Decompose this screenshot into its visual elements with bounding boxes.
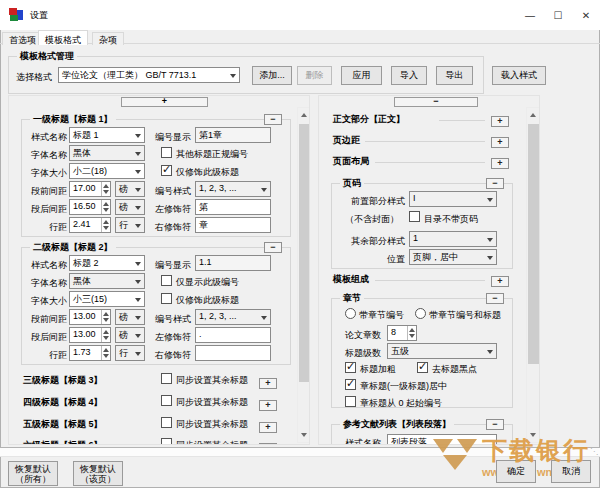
ref-style-name-input[interactable]: 列表段落 xyxy=(387,434,497,445)
chapter-title-center-checkbox[interactable] xyxy=(345,379,356,390)
scroll-up-icon[interactable] xyxy=(527,108,539,122)
references-collapse-button[interactable]: − xyxy=(486,419,504,430)
apply-button[interactable]: 应用 xyxy=(341,66,382,85)
close-button[interactable]: ✕ xyxy=(572,0,600,30)
font-size-select[interactable]: 小三(15) xyxy=(69,291,145,307)
space-after-unit-select[interactable]: 磅 xyxy=(115,327,145,343)
stepper-arrows-icon[interactable] xyxy=(101,182,110,196)
space-before-stepper[interactable]: 13.00 xyxy=(69,309,111,325)
heading5-expand-button[interactable]: + xyxy=(259,422,277,433)
resize-grip-icon[interactable]: ⋱ xyxy=(590,447,598,456)
tab-misc[interactable]: 杂项 xyxy=(92,32,124,45)
right-collapse-all-button[interactable]: − xyxy=(394,97,478,107)
font-name-select[interactable]: 黑体 xyxy=(69,145,145,161)
line-spacing-stepper[interactable]: 2.41 xyxy=(69,217,111,233)
heading-levels-select[interactable]: 五级 xyxy=(387,343,497,359)
right-panel-scrollbar[interactable] xyxy=(526,107,540,443)
format-select[interactable]: 学位论文（理工类） GB/T 7713.1 xyxy=(58,67,240,83)
show-only-level-checkbox[interactable] xyxy=(161,275,172,286)
space-after-unit: 磅 xyxy=(119,330,128,340)
space-before-unit-select[interactable]: 磅 xyxy=(115,309,145,325)
restore-default-page-button[interactable]: 恢复默认 （该页） xyxy=(73,461,123,486)
number-style-select[interactable]: 1, 2, 3, ... xyxy=(195,309,271,325)
number-display-label: 编号显示 xyxy=(151,259,191,272)
left-panel-scrollbar[interactable] xyxy=(297,107,310,443)
remove-dot-checkbox[interactable] xyxy=(417,362,428,373)
space-after-stepper[interactable]: 13.00 xyxy=(69,327,111,343)
chapter-zero-start-checkbox[interactable] xyxy=(345,396,356,407)
space-before-stepper[interactable]: 17.00 xyxy=(69,181,111,197)
import-button[interactable]: 导入 xyxy=(391,66,427,85)
sync-other-headings-checkbox[interactable] xyxy=(161,373,172,384)
page-number-collapse-button[interactable]: − xyxy=(486,178,504,189)
left-expand-all-button[interactable]: + xyxy=(121,97,208,107)
chapter-count-stepper[interactable]: 8 xyxy=(387,325,417,341)
other-heading-number-checkbox[interactable] xyxy=(161,147,172,158)
cancel-button[interactable]: 取消 xyxy=(551,460,591,483)
sync-other-headings-checkbox[interactable] xyxy=(161,417,172,428)
heading6-expand-button[interactable]: + xyxy=(259,443,277,445)
stepper-arrows-icon[interactable] xyxy=(101,200,110,214)
stepper-arrows-icon[interactable] xyxy=(407,326,416,340)
stepper-arrows-icon[interactable] xyxy=(101,218,110,232)
space-after-unit-select[interactable]: 磅 xyxy=(115,199,145,215)
template-composition-expand-button[interactable]: + xyxy=(491,276,509,287)
chapter-number-radio-label: 带章节编号 xyxy=(359,309,404,322)
scroll-down-icon[interactable] xyxy=(527,428,539,442)
scrollbar-thumb[interactable] xyxy=(528,124,539,364)
line-spacing-unit-select[interactable]: 行 xyxy=(115,217,145,233)
restore-default-all-button[interactable]: 恢复默认 （所有） xyxy=(8,461,58,486)
space-before-unit-select[interactable]: 磅 xyxy=(115,181,145,197)
position-label: 位置 xyxy=(345,253,405,266)
tab-preferences[interactable]: 首选项 xyxy=(2,32,43,45)
add-button[interactable]: 添加... xyxy=(252,66,292,85)
page-margin-expand-button[interactable]: + xyxy=(491,137,509,148)
right-decorator-input[interactable]: 章 xyxy=(195,217,271,233)
sync-other-headings-checkbox[interactable] xyxy=(161,395,172,406)
left-decorator-input[interactable]: . xyxy=(195,327,271,343)
heading4-expand-button[interactable]: + xyxy=(259,400,277,411)
front-style-label: 前置部分样式 xyxy=(345,195,405,208)
decorate-only-checkbox[interactable] xyxy=(161,165,172,176)
style-name-select[interactable]: 标题 2 xyxy=(69,255,145,271)
chapter-number-title-radio[interactable] xyxy=(415,308,426,319)
sync-other-headings-checkbox[interactable] xyxy=(161,438,172,445)
heading2-collapse-button[interactable]: − xyxy=(264,242,282,253)
chapter-number-radio[interactable] xyxy=(345,308,356,319)
ok-button[interactable]: 确定 xyxy=(496,460,536,483)
maximize-button[interactable]: ☐ xyxy=(544,0,572,30)
scroll-up-icon[interactable] xyxy=(298,108,310,122)
export-button[interactable]: 导出 xyxy=(436,66,473,85)
font-size-select[interactable]: 小二(18) xyxy=(69,163,145,179)
font-name-select[interactable]: 黑体 xyxy=(69,273,145,289)
stepper-arrows-icon[interactable] xyxy=(101,310,110,324)
scroll-down-icon[interactable] xyxy=(298,428,310,442)
body-text-expand-button[interactable]: + xyxy=(491,116,509,127)
heading3-expand-button[interactable]: + xyxy=(259,378,277,389)
page-number-section-title: 页码 xyxy=(340,177,364,190)
minimize-button[interactable]: — xyxy=(516,0,544,30)
style-name-select[interactable]: 标题 1 xyxy=(69,127,145,143)
rest-style-select[interactable]: 1 xyxy=(409,231,497,247)
number-style-select[interactable]: 1, 2, 3, ... xyxy=(195,181,271,197)
ref-style-name-label: 样式名称 xyxy=(345,437,381,445)
load-style-button[interactable]: 载入样式 xyxy=(492,66,546,85)
right-decorator-input[interactable] xyxy=(195,345,271,361)
toc-no-pagenum-checkbox[interactable] xyxy=(409,211,420,222)
scrollbar-thumb[interactable] xyxy=(299,124,310,382)
front-style-select[interactable]: I xyxy=(409,191,497,207)
page-layout-expand-button[interactable]: + xyxy=(491,158,509,169)
decorate-only-checkbox[interactable] xyxy=(161,293,172,304)
stepper-arrows-icon[interactable] xyxy=(101,346,110,360)
tab-template-format[interactable]: 模板格式 xyxy=(38,30,88,45)
stepper-arrows-icon[interactable] xyxy=(101,328,110,342)
position-select[interactable]: 页脚，居中 xyxy=(409,249,497,265)
line-spacing-unit-select[interactable]: 行 xyxy=(115,345,145,361)
delete-button: 删除 xyxy=(297,66,332,85)
heading1-collapse-button[interactable]: − xyxy=(264,114,282,125)
line-spacing-stepper[interactable]: 1.73 xyxy=(69,345,111,361)
left-decorator-input[interactable]: 第 xyxy=(195,199,271,215)
heading-bold-checkbox[interactable] xyxy=(345,362,356,373)
space-after-stepper[interactable]: 16.50 xyxy=(69,199,111,215)
chapter-collapse-button[interactable]: − xyxy=(486,293,504,304)
